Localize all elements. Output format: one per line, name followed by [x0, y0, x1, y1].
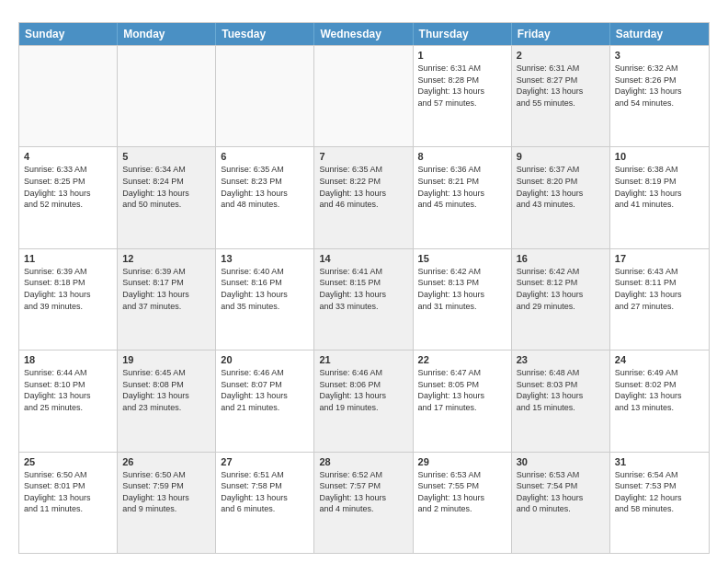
- day-number: 15: [418, 253, 506, 264]
- day-number: 14: [319, 253, 407, 264]
- cal-cell: 30Sunrise: 6:53 AM Sunset: 7:54 PM Dayli…: [512, 453, 610, 553]
- cal-cell: 8Sunrise: 6:36 AM Sunset: 8:21 PM Daylig…: [414, 147, 512, 247]
- cal-cell: 28Sunrise: 6:52 AM Sunset: 7:57 PM Dayli…: [314, 453, 413, 553]
- cal-cell: 3Sunrise: 6:32 AM Sunset: 8:26 PM Daylig…: [610, 46, 709, 146]
- cal-cell: 16Sunrise: 6:42 AM Sunset: 8:12 PM Dayli…: [512, 249, 610, 350]
- cal-cell: 2Sunrise: 6:31 AM Sunset: 8:27 PM Daylig…: [512, 46, 610, 146]
- day-number: 20: [221, 354, 309, 365]
- day-number: 25: [24, 456, 112, 467]
- day-info: Sunrise: 6:44 AM Sunset: 8:10 PM Dayligh…: [24, 367, 112, 413]
- day-info: Sunrise: 6:52 AM Sunset: 7:57 PM Dayligh…: [319, 469, 407, 515]
- day-number: 28: [319, 456, 407, 467]
- cal-cell: 19Sunrise: 6:45 AM Sunset: 8:08 PM Dayli…: [118, 350, 216, 451]
- day-number: 10: [615, 151, 704, 162]
- cal-cell: 17Sunrise: 6:43 AM Sunset: 8:11 PM Dayli…: [610, 249, 709, 350]
- day-info: Sunrise: 6:49 AM Sunset: 8:02 PM Dayligh…: [615, 367, 704, 413]
- day-info: Sunrise: 6:45 AM Sunset: 8:08 PM Dayligh…: [122, 367, 210, 413]
- day-info: Sunrise: 6:38 AM Sunset: 8:19 PM Dayligh…: [615, 164, 704, 210]
- cal-cell: 15Sunrise: 6:42 AM Sunset: 8:13 PM Dayli…: [414, 249, 512, 350]
- day-number: 5: [122, 151, 210, 162]
- day-info: Sunrise: 6:54 AM Sunset: 7:53 PM Dayligh…: [615, 469, 704, 515]
- day-info: Sunrise: 6:42 AM Sunset: 8:13 PM Dayligh…: [418, 266, 506, 312]
- cal-cell: 21Sunrise: 6:46 AM Sunset: 8:06 PM Dayli…: [314, 350, 413, 451]
- cal-cell: [118, 46, 216, 146]
- cal-header-saturday: Saturday: [610, 23, 709, 45]
- cal-week-2: 4Sunrise: 6:33 AM Sunset: 8:25 PM Daylig…: [19, 146, 709, 247]
- day-number: 9: [517, 151, 605, 162]
- calendar: SundayMondayTuesdayWednesdayThursdayFrid…: [18, 22, 710, 554]
- cal-cell: 10Sunrise: 6:38 AM Sunset: 8:19 PM Dayli…: [610, 147, 709, 247]
- cal-cell: 29Sunrise: 6:53 AM Sunset: 7:55 PM Dayli…: [414, 453, 512, 553]
- day-number: 12: [122, 253, 210, 264]
- day-number: 17: [615, 253, 704, 264]
- day-number: 24: [615, 354, 704, 365]
- day-number: 3: [615, 50, 704, 61]
- day-number: 4: [24, 151, 112, 162]
- day-number: 21: [319, 354, 407, 365]
- day-info: Sunrise: 6:35 AM Sunset: 8:22 PM Dayligh…: [319, 164, 407, 210]
- cal-week-5: 25Sunrise: 6:50 AM Sunset: 8:01 PM Dayli…: [19, 452, 709, 553]
- cal-cell: 27Sunrise: 6:51 AM Sunset: 7:58 PM Dayli…: [216, 453, 314, 553]
- cal-cell: 6Sunrise: 6:35 AM Sunset: 8:23 PM Daylig…: [216, 147, 314, 247]
- day-info: Sunrise: 6:46 AM Sunset: 8:07 PM Dayligh…: [221, 367, 309, 413]
- cal-cell: 12Sunrise: 6:39 AM Sunset: 8:17 PM Dayli…: [118, 249, 216, 350]
- day-number: 30: [517, 456, 605, 467]
- day-number: 19: [122, 354, 210, 365]
- cal-header-monday: Monday: [118, 23, 216, 45]
- day-info: Sunrise: 6:39 AM Sunset: 8:18 PM Dayligh…: [24, 266, 112, 312]
- day-number: 6: [221, 151, 309, 162]
- cal-cell: 24Sunrise: 6:49 AM Sunset: 8:02 PM Dayli…: [610, 350, 709, 451]
- cal-cell: 22Sunrise: 6:47 AM Sunset: 8:05 PM Dayli…: [414, 350, 512, 451]
- day-number: 31: [615, 456, 704, 467]
- day-info: Sunrise: 6:31 AM Sunset: 8:28 PM Dayligh…: [418, 63, 506, 109]
- page: General Blue SundayMondayTuesdayWednesda…: [0, 0, 728, 563]
- day-info: Sunrise: 6:34 AM Sunset: 8:24 PM Dayligh…: [122, 164, 210, 210]
- day-info: Sunrise: 6:50 AM Sunset: 8:01 PM Dayligh…: [24, 469, 112, 515]
- day-info: Sunrise: 6:47 AM Sunset: 8:05 PM Dayligh…: [418, 367, 506, 413]
- cal-cell: [314, 46, 413, 146]
- day-number: 18: [24, 354, 112, 365]
- calendar-header: SundayMondayTuesdayWednesdayThursdayFrid…: [19, 23, 709, 45]
- day-info: Sunrise: 6:43 AM Sunset: 8:11 PM Dayligh…: [615, 266, 704, 312]
- calendar-body: 1Sunrise: 6:31 AM Sunset: 8:28 PM Daylig…: [19, 45, 709, 553]
- cal-cell: 5Sunrise: 6:34 AM Sunset: 8:24 PM Daylig…: [118, 147, 216, 247]
- day-info: Sunrise: 6:32 AM Sunset: 8:26 PM Dayligh…: [615, 63, 704, 109]
- day-info: Sunrise: 6:53 AM Sunset: 7:55 PM Dayligh…: [418, 469, 506, 515]
- cal-header-wednesday: Wednesday: [314, 23, 413, 45]
- day-number: 26: [122, 456, 210, 467]
- cal-week-3: 11Sunrise: 6:39 AM Sunset: 8:18 PM Dayli…: [19, 248, 709, 350]
- day-number: 11: [24, 253, 112, 264]
- cal-cell: [19, 46, 118, 146]
- cal-cell: 13Sunrise: 6:40 AM Sunset: 8:16 PM Dayli…: [216, 249, 314, 350]
- cal-week-4: 18Sunrise: 6:44 AM Sunset: 8:10 PM Dayli…: [19, 350, 709, 451]
- day-number: 23: [517, 354, 605, 365]
- day-info: Sunrise: 6:50 AM Sunset: 7:59 PM Dayligh…: [122, 469, 210, 515]
- cal-cell: 25Sunrise: 6:50 AM Sunset: 8:01 PM Dayli…: [19, 453, 118, 553]
- cal-cell: 14Sunrise: 6:41 AM Sunset: 8:15 PM Dayli…: [314, 249, 413, 350]
- cal-cell: 20Sunrise: 6:46 AM Sunset: 8:07 PM Dayli…: [216, 350, 314, 451]
- cal-cell: 11Sunrise: 6:39 AM Sunset: 8:18 PM Dayli…: [19, 249, 118, 350]
- day-info: Sunrise: 6:41 AM Sunset: 8:15 PM Dayligh…: [319, 266, 407, 312]
- cal-week-1: 1Sunrise: 6:31 AM Sunset: 8:28 PM Daylig…: [19, 45, 709, 146]
- day-info: Sunrise: 6:31 AM Sunset: 8:27 PM Dayligh…: [517, 63, 605, 109]
- day-number: 29: [418, 456, 506, 467]
- cal-header-thursday: Thursday: [414, 23, 512, 45]
- cal-cell: 18Sunrise: 6:44 AM Sunset: 8:10 PM Dayli…: [19, 350, 118, 451]
- cal-cell: 4Sunrise: 6:33 AM Sunset: 8:25 PM Daylig…: [19, 147, 118, 247]
- cal-header-tuesday: Tuesday: [216, 23, 314, 45]
- day-number: 2: [517, 50, 605, 61]
- day-info: Sunrise: 6:42 AM Sunset: 8:12 PM Dayligh…: [517, 266, 605, 312]
- day-info: Sunrise: 6:46 AM Sunset: 8:06 PM Dayligh…: [319, 367, 407, 413]
- day-number: 27: [221, 456, 309, 467]
- cal-cell: 31Sunrise: 6:54 AM Sunset: 7:53 PM Dayli…: [610, 453, 709, 553]
- day-number: 22: [418, 354, 506, 365]
- cal-header-sunday: Sunday: [19, 23, 118, 45]
- cal-cell: 26Sunrise: 6:50 AM Sunset: 7:59 PM Dayli…: [118, 453, 216, 553]
- day-info: Sunrise: 6:37 AM Sunset: 8:20 PM Dayligh…: [517, 164, 605, 210]
- day-number: 13: [221, 253, 309, 264]
- day-number: 16: [517, 253, 605, 264]
- day-info: Sunrise: 6:51 AM Sunset: 7:58 PM Dayligh…: [221, 469, 309, 515]
- day-info: Sunrise: 6:48 AM Sunset: 8:03 PM Dayligh…: [517, 367, 605, 413]
- cal-cell: 7Sunrise: 6:35 AM Sunset: 8:22 PM Daylig…: [314, 147, 413, 247]
- cal-header-friday: Friday: [512, 23, 610, 45]
